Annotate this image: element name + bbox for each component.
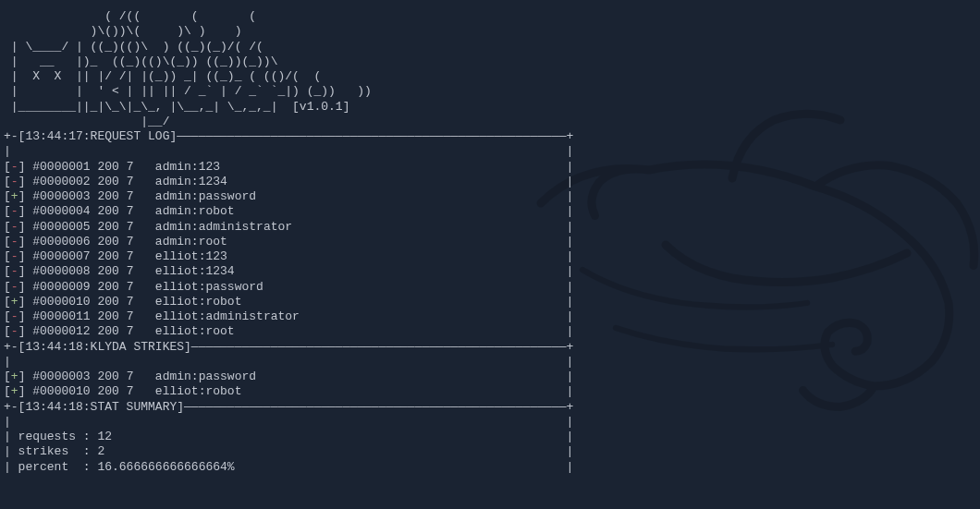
summary-section: +-[13:44:18:STAT SUMMARY]———————————————…	[4, 400, 976, 475]
log-entry: [-] #0000005 200 7 admin:administrator |	[4, 220, 976, 235]
log-entry: [-] #0000009 200 7 elliot:password |	[4, 280, 976, 295]
log-entry: [-] #0000006 200 7 admin:root |	[4, 235, 976, 249]
terminal-output: ( /(( ( ( )\())\( )\ ) ) | \____/ | ((_)…	[4, 9, 976, 475]
log-entry: [+] #0000010 200 7 elliot:robot |	[4, 384, 976, 399]
log-entry: [+] #0000003 200 7 admin:password |	[4, 189, 976, 204]
log-entry: [-] #0000001 200 7 admin:123 |	[4, 160, 976, 175]
log-entry: [-] #0000007 200 7 elliot:123 |	[4, 249, 976, 264]
stat-line: | strikes : 2 |	[4, 444, 976, 459]
stat-line: | requests : 12 |	[4, 430, 976, 444]
box-spacer: | |	[4, 144, 976, 159]
box-spacer: | |	[4, 415, 976, 430]
strikes-header: +-[13:44:18:KLYDA STRIKES]——————————————…	[4, 340, 976, 355]
log-entry: [+] #0000010 200 7 elliot:robot |	[4, 295, 976, 309]
log-entry: [-] #0000012 200 7 elliot:root |	[4, 324, 976, 339]
stat-line: | percent : 16.666666666666664% |	[4, 460, 976, 475]
ascii-banner: ( /(( ( ( )\())\( )\ ) ) | \____/ | ((_)…	[4, 9, 976, 129]
box-spacer: | |	[4, 355, 976, 370]
request-log-section: +-[13:44:17:REQUEST LOG]————————————————…	[4, 129, 976, 340]
summary-header: +-[13:44:18:STAT SUMMARY]———————————————…	[4, 400, 976, 415]
log-entry: [-] #0000011 200 7 elliot:administrator …	[4, 309, 976, 324]
log-entry: [-] #0000008 200 7 elliot:1234 |	[4, 264, 976, 279]
strikes-section: +-[13:44:18:KLYDA STRIKES]——————————————…	[4, 340, 976, 400]
log-entry: [+] #0000003 200 7 admin:password |	[4, 370, 976, 384]
log-entry: [-] #0000002 200 7 admin:1234 |	[4, 175, 976, 189]
log-entry: [-] #0000004 200 7 admin:robot |	[4, 204, 976, 219]
request-log-header: +-[13:44:17:REQUEST LOG]————————————————…	[4, 129, 976, 144]
